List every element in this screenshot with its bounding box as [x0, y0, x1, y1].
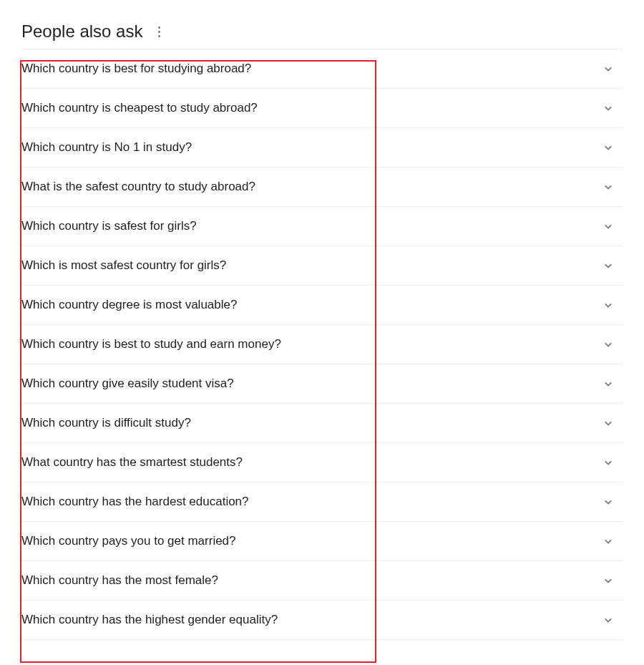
people-also-ask-list: Which country is best for studying abroa… [21, 49, 623, 640]
paa-item[interactable]: What is the safest country to study abro… [21, 168, 623, 207]
paa-question-text: Which country is cheapest to study abroa… [21, 100, 258, 116]
paa-question-text: Which is most safest country for girls? [21, 258, 226, 273]
paa-item[interactable]: Which is most safest country for girls? [21, 246, 623, 286]
paa-item[interactable]: Which country is best for studying abroa… [21, 49, 623, 89]
chevron-down-icon [601, 62, 615, 76]
paa-item[interactable]: Which country pays you to get married? [21, 522, 623, 561]
paa-item[interactable]: Which country give easily student visa? [21, 364, 623, 404]
chevron-down-icon [601, 377, 615, 391]
paa-question-text: Which country has the highest gender equ… [21, 612, 278, 628]
chevron-down-icon [601, 534, 615, 548]
paa-question-text: What country has the smartest students? [21, 455, 243, 470]
paa-item[interactable]: Which country degree is most valuable? [21, 286, 623, 325]
chevron-down-icon [601, 140, 615, 155]
paa-question-text: What is the safest country to study abro… [21, 179, 255, 195]
chevron-down-icon [601, 180, 615, 194]
people-also-ask-heading: People also ask [21, 21, 142, 42]
chevron-down-icon [601, 416, 615, 430]
chevron-down-icon [601, 573, 615, 588]
paa-question-text: Which country has the hardest education? [21, 494, 249, 510]
paa-item[interactable]: Which country has the most female? [21, 561, 623, 601]
more-options-icon[interactable] [152, 24, 165, 40]
chevron-down-icon [601, 258, 615, 273]
chevron-down-icon [601, 219, 615, 233]
paa-item[interactable]: Which country is safest for girls? [21, 207, 623, 246]
paa-item[interactable]: Which country is cheapest to study abroa… [21, 89, 623, 128]
paa-item[interactable]: What country has the smartest students? [21, 443, 623, 482]
chevron-down-icon [601, 455, 615, 470]
paa-item[interactable]: Which country is difficult study? [21, 404, 623, 443]
paa-question-text: Which country is best for studying abroa… [21, 61, 251, 77]
paa-item[interactable]: Which country has the highest gender equ… [21, 601, 623, 640]
paa-question-text: Which country pays you to get married? [21, 533, 236, 549]
paa-question-text: Which country has the most female? [21, 573, 218, 588]
paa-question-text: Which country degree is most valuable? [21, 297, 237, 313]
paa-item[interactable]: Which country has the hardest education? [21, 482, 623, 522]
chevron-down-icon [601, 495, 615, 509]
paa-question-text: Which country give easily student visa? [21, 376, 234, 392]
chevron-down-icon [601, 101, 615, 115]
chevron-down-icon [601, 337, 615, 351]
paa-item[interactable]: Which country is No 1 in study? [21, 128, 623, 168]
paa-question-text: Which country is difficult study? [21, 415, 191, 431]
chevron-down-icon [601, 613, 615, 627]
paa-question-text: Which country is No 1 in study? [21, 140, 192, 155]
paa-question-text: Which country is safest for girls? [21, 218, 197, 234]
paa-question-text: Which country is best to study and earn … [21, 336, 281, 352]
paa-item[interactable]: Which country is best to study and earn … [21, 325, 623, 364]
chevron-down-icon [601, 298, 615, 312]
